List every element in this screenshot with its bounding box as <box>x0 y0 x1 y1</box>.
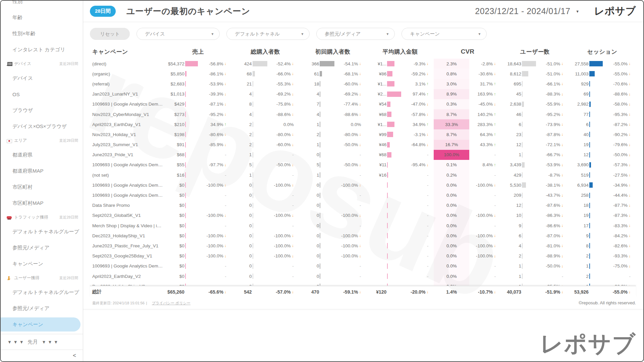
sidebar-item-label: 性別×年齢 <box>12 31 36 37</box>
arrow-down-icon: ↓ <box>359 92 361 97</box>
column-header-sales[interactable]: 売上 <box>164 48 232 56</box>
arrow-down-icon: ↓ <box>224 61 226 66</box>
change-cell: -100.0%↓ <box>200 233 232 238</box>
value-bar <box>522 152 523 158</box>
change-cell: -34.9%↓ <box>604 183 636 188</box>
sidebar-item[interactable]: 参照元/メディア <box>1 240 83 256</box>
column-header-campaign[interactable]: キャンペーン <box>90 48 164 56</box>
value-cell: $198 <box>164 129 200 139</box>
value-bar <box>387 81 394 86</box>
filter-dropdown-campaign[interactable]: キャンペーン ▼ <box>401 28 487 40</box>
cvr-cell: 0.8% <box>434 69 469 79</box>
value-bar <box>185 182 186 188</box>
column-header-avg[interactable]: 平均購入金額 <box>367 48 434 56</box>
sidebar-item[interactable]: 年齢 <box>1 9 83 25</box>
value-cell: ¥68 <box>367 109 402 119</box>
reset-button[interactable]: リセット <box>90 28 130 40</box>
arrow-down-icon: ↓ <box>561 173 563 177</box>
sidebar-item[interactable]: 性別×年齢 <box>1 25 83 42</box>
sidebar-collapse-button[interactable]: < <box>1 350 83 361</box>
value-cell: 8 <box>232 99 267 109</box>
sidebar-item[interactable]: 市区町村MAP <box>1 195 83 211</box>
value-bar <box>320 162 320 168</box>
chevron-down-icon[interactable]: ▼ <box>576 9 579 13</box>
sidebar-item[interactable]: 参照元/メディア <box>1 300 83 316</box>
change-cell: -86.1%↓ <box>200 71 232 76</box>
arrow-down-icon: ↓ <box>494 213 496 218</box>
column-header-sessions[interactable]: セッション <box>569 48 636 56</box>
sidebar-item[interactable]: インタレスト カテゴリ <box>1 42 83 58</box>
change-cell: - <box>469 203 501 208</box>
value-bar <box>387 223 388 228</box>
filter-dropdown-source-medium[interactable]: 参照元/メディア ▼ <box>316 28 395 40</box>
value-cell: 6 <box>501 231 537 241</box>
value-cell: 0 <box>299 180 335 190</box>
value-cell: $429 <box>164 99 200 109</box>
change-cell: -100.0%↓ <box>469 253 501 258</box>
change-cell: -47.0%↓ <box>402 102 434 107</box>
value-cell: 0 <box>232 190 267 200</box>
change-cell: 97.4%↑ <box>402 92 434 97</box>
change-cell: 34.9%↑ <box>200 122 232 127</box>
arrow-down-icon: ↓ <box>292 163 294 167</box>
cvr-cell: 0.0% <box>434 231 469 241</box>
change-cell: -95.3%↓ <box>604 112 636 117</box>
sidebar-item[interactable]: デフォルトチャネルグループ <box>1 224 83 240</box>
change-cell: 64.3%↑ <box>469 132 501 137</box>
change-cell: -57.3%↓ <box>604 162 636 167</box>
campaign-name: (direct) <box>90 61 164 66</box>
sidebar-item[interactable]: デバイス <box>1 70 83 86</box>
change-cell: - <box>200 173 232 178</box>
arrow-down-icon: ↓ <box>629 153 631 157</box>
sidebar-item[interactable]: デフォルトチャネルグループ <box>1 284 83 300</box>
change-cell: -81.0%↓ <box>537 243 569 248</box>
sidebar-section-period: 直近28日間 <box>59 215 78 220</box>
sidebar-item[interactable]: 都道府県 <box>1 147 83 163</box>
arrow-up-icon: ↑ <box>494 163 496 167</box>
sidebar-item[interactable]: デバイス×OS×ブラウザ <box>1 118 83 134</box>
value-cell: 429 <box>501 170 537 180</box>
cvr-cell: 0.0% <box>434 200 469 210</box>
privacy-policy-link[interactable]: プライバシー ポリシー <box>152 301 191 305</box>
change-cell: -87.7%↓ <box>604 203 636 208</box>
chevron-left-icon[interactable]: < <box>73 352 76 359</box>
campaign-name: Sept2023_Global5K_V1 <box>90 213 164 218</box>
change-cell: -9.3%↓ <box>402 61 434 66</box>
value-cell: ¥120 <box>367 286 402 298</box>
change-cell: -87.3%↓ <box>604 213 636 218</box>
sidebar-item-label: 年齢 <box>12 14 22 21</box>
change-cell: -100.0%↓ <box>334 213 366 218</box>
prev-month-arrows[interactable]: ▼▼▼ <box>7 340 25 345</box>
value-cell: 1 <box>501 150 537 160</box>
value-bar <box>522 233 523 238</box>
column-header-cvr[interactable]: CVR <box>434 48 501 55</box>
value-cell: 1 <box>299 119 335 129</box>
filter-dropdown-device[interactable]: デバイス ▼ <box>137 28 220 40</box>
change-cell: 34.9%↑ <box>402 122 434 127</box>
next-month-arrows[interactable]: ▼▼▼ <box>42 340 60 345</box>
value-cell: 40,073 <box>501 286 537 298</box>
sidebar-item[interactable]: ブラウザ <box>1 102 83 118</box>
sidebar-item-selected[interactable]: キャンペーン <box>1 317 80 331</box>
column-header-first[interactable]: 初回購入者数 <box>299 48 367 56</box>
sidebar-section-header: ユーザー獲得 直近28日間 <box>1 272 83 284</box>
sidebar-item[interactable]: キャンペーン <box>1 256 83 272</box>
sidebar-item[interactable]: OS <box>1 86 83 102</box>
sidebar-item[interactable]: 市区町村 <box>1 179 83 195</box>
column-header-buyers[interactable]: 総購入者数 <box>232 48 299 56</box>
change-cell: -68.1%↓ <box>334 71 366 76</box>
sidebar-item[interactable]: 都道府県MAP <box>1 163 83 179</box>
value-bar <box>320 243 320 248</box>
sidebar-item[interactable]: 性別 <box>1 1 83 9</box>
change-cell: - <box>402 213 434 218</box>
arrow-down-icon: ↓ <box>629 71 631 76</box>
change-cell: 163.9%↑ <box>469 92 501 97</box>
column-header-users[interactable]: ユーザー数 <box>501 48 569 56</box>
arrow-down-icon: ↓ <box>494 71 496 76</box>
arrow-down-icon: ↓ <box>629 233 631 238</box>
cvr-cell: 3.0% <box>434 79 469 89</box>
date-range-selector[interactable]: 2023/12/21 - 2024/01/17 <box>475 6 570 16</box>
filter-dropdown-default-channel[interactable]: デフォルトチャネル ▼ <box>226 28 310 40</box>
change-cell: -100.0%↓ <box>469 213 501 218</box>
value-cell: 4 <box>299 89 335 99</box>
